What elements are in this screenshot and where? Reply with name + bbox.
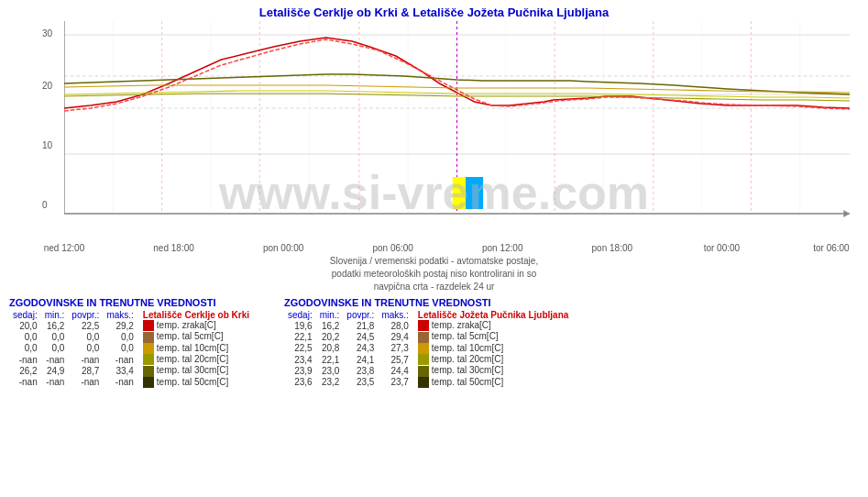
svg-rect-26 [466,177,483,209]
legend-color-box [418,366,429,377]
chart-container: 30 20 10 0 [0,21,868,241]
legend-color-box [143,366,154,377]
table-row: 23,923,023,824,4temp. tal 30cm[C] [284,365,572,376]
table-row: 22,120,224,529,4temp. tal 5cm[C] [284,331,572,342]
col2-station2-name: Letališče Jožeta Pučnika Ljubljana [412,310,573,320]
y-label-10: 10 [42,140,52,150]
legend-color-box [418,332,429,343]
station1-table: sedaj: min.: povpr.: maks.: Letališče Ce… [9,310,253,388]
x-label-7: tor 06:00 [804,243,859,253]
station2-name: Letališče Jožeta Pučnika Ljubljana [418,310,569,320]
legend-color-box [418,343,429,354]
col-povpr: povpr.: [68,310,103,320]
table-row: -nan-nan-nan-nantemp. tal 50cm[C] [9,377,253,388]
legend-color-box [143,332,154,343]
y-label-30: 30 [42,28,52,39]
x-label-3: pon 06:00 [366,243,421,253]
legend-color-box [143,343,154,354]
chart-title: Letališče Cerklje ob Krki & Letališče Jo… [0,0,868,21]
x-label-4: pon 12:00 [475,243,530,253]
col2-maks: maks.: [378,310,412,320]
station2-section-title: ZGODOVINSKE IN TRENUTNE VREDNOSTI [284,297,572,308]
col-sedaj: sedaj: [9,310,41,320]
station1-block: ZGODOVINSKE IN TRENUTNE VREDNOSTI sedaj:… [9,297,266,388]
legend-color-box [418,320,429,331]
x-label-2: pon 00:00 [256,243,311,253]
x-label-5: pon 18:00 [585,243,640,253]
table-row: -nan-nan-nan-nantemp. tal 20cm[C] [9,354,253,365]
x-label-1: ned 18:00 [147,243,202,253]
station1-name: Letališče Cerklje ob Krki [143,310,249,320]
table-row: 20,016,222,529,2temp. zraka[C] [9,320,253,331]
x-label-0: ned 12:00 [37,243,92,253]
table-row: 23,623,223,523,7temp. tal 50cm[C] [284,377,572,388]
chart-svg [64,21,850,232]
table-row: 0,00,00,00,0temp. tal 5cm[C] [9,331,253,342]
table-row: 0,00,00,00,0temp. tal 10cm[C] [9,343,253,354]
x-axis-labels: ned 12:00 ned 18:00 pon 00:00 pon 06:00 … [0,241,868,253]
table-row: 26,224,928,733,4temp. tal 30cm[C] [9,365,253,376]
col2-sedaj: sedaj: [284,310,316,320]
station2-block: ZGODOVINSKE IN TRENUTNE VREDNOSTI sedaj:… [284,297,572,388]
legend-color-box [418,354,429,365]
legend-color-box [143,354,154,365]
y-label-0: 0 [42,200,48,210]
station2-table: sedaj: min.: povpr.: maks.: Letališče Jo… [284,310,572,388]
legend-color-box [143,377,154,388]
col2-min: min.: [316,310,344,320]
table-row: 23,422,124,125,7temp. tal 20cm[C] [284,354,572,365]
legend-color-box [418,377,429,388]
data-section: ZGODOVINSKE IN TRENUTNE VREDNOSTI sedaj:… [0,293,868,388]
table-row: 22,520,824,327,3temp. tal 10cm[C] [284,343,572,354]
col-station1-name: Letališče Cerklje ob Krki [137,310,253,320]
x-label-6: tor 00:00 [694,243,749,253]
station1-section-title: ZGODOVINSKE IN TRENUTNE VREDNOSTI [9,297,266,308]
y-label-20: 20 [42,81,52,91]
col-maks: maks.: [103,310,137,320]
info-text: Slovenija / vremenski podatki - avtomats… [0,255,868,293]
table-row: 19,616,221,828,0temp. zraka[C] [284,320,572,331]
col-min: min.: [41,310,69,320]
col2-povpr: povpr.: [343,310,378,320]
legend-color-box [143,320,154,331]
